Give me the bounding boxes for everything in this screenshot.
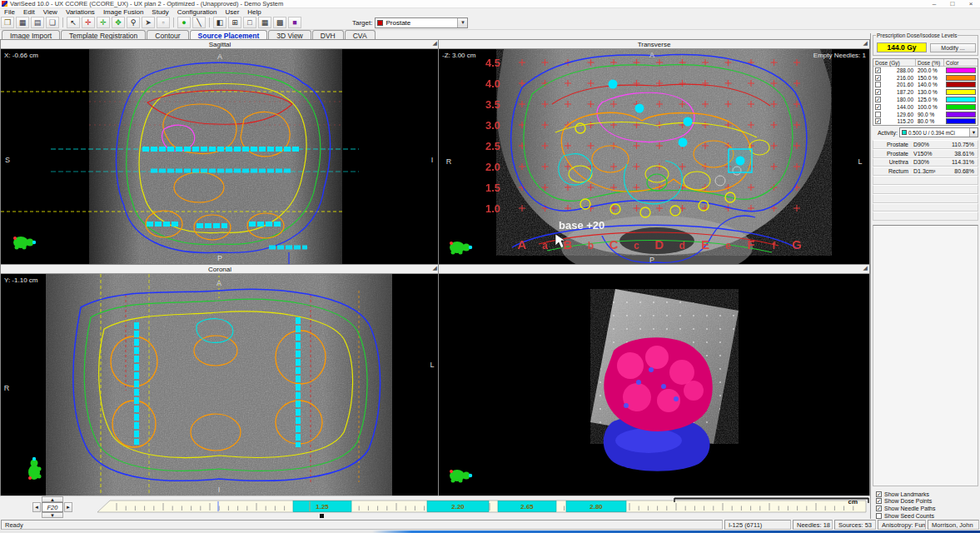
- isodose-checkbox[interactable]: ✓: [875, 75, 881, 81]
- menu-file[interactable]: File: [0, 8, 19, 16]
- isodose-colors-icon[interactable]: ■: [288, 17, 301, 28]
- isodose-checkbox[interactable]: [875, 112, 881, 117]
- activity-dropdown[interactable]: 0.500 U / 0.394 mCi ▼: [899, 127, 978, 137]
- status-user: Morrison, John: [928, 520, 979, 530]
- isodose-color-swatch[interactable]: [946, 104, 976, 110]
- isodose-color-swatch[interactable]: [946, 118, 976, 124]
- menu-bar: File Edit View Variations Image Fusion S…: [0, 8, 980, 16]
- isodose-color-swatch[interactable]: [946, 112, 976, 117]
- three-d-image[interactable]: [439, 274, 869, 496]
- menu-image-fusion[interactable]: Image Fusion: [99, 8, 147, 16]
- measure-icon[interactable]: ▫: [157, 17, 170, 28]
- nav-up-icon[interactable]: ▲: [42, 496, 63, 502]
- resize-corner-icon[interactable]: ◢: [433, 40, 437, 47]
- layout-grid-icon[interactable]: ▦: [258, 17, 271, 28]
- menu-view[interactable]: View: [39, 8, 62, 16]
- isodose-row: ✓216.00150.0 %: [873, 74, 978, 82]
- pan-icon[interactable]: ✥: [112, 17, 125, 28]
- checkbox[interactable]: [876, 513, 882, 519]
- svg-text:I: I: [218, 486, 221, 494]
- sagittal-image[interactable]: A S I P: [1, 49, 439, 265]
- tab-contour[interactable]: Contour: [147, 30, 188, 40]
- option-show-needle-paths[interactable]: ✓Show Needle Paths: [876, 505, 979, 512]
- nav-down-icon[interactable]: ▼: [42, 512, 63, 518]
- three-d-viewport: ◢: [439, 265, 869, 496]
- isodose-color-swatch[interactable]: [946, 82, 976, 87]
- planning-panel: Prescription Dose/Isodose Levels 144.0 G…: [870, 33, 980, 519]
- tab-dvh[interactable]: DVH: [312, 30, 344, 40]
- zoom-icon[interactable]: ⚲: [127, 17, 140, 28]
- status-anisotropy: Anisotropy: Fun: [878, 520, 926, 530]
- menu-user[interactable]: User: [221, 8, 243, 16]
- isodose-color-swatch[interactable]: [946, 89, 976, 95]
- transverse-viewport: Transverse◢: [439, 40, 869, 265]
- isodose-color-swatch[interactable]: [946, 75, 976, 81]
- dose-metrics-list: ProstateD90%110.75% ProstateV150%38.61% …: [871, 140, 980, 221]
- checkbox[interactable]: ✓: [876, 491, 882, 497]
- nav-right-icon[interactable]: ►: [64, 502, 72, 512]
- layout-single-icon[interactable]: □: [243, 17, 256, 28]
- coronal-image[interactable]: A R L I: [1, 274, 439, 496]
- isodose-color-swatch[interactable]: [946, 97, 976, 102]
- target-dropdown[interactable]: Prostate ▼: [375, 17, 468, 28]
- option-show-landmarks[interactable]: ✓Show Landmarks: [876, 491, 979, 498]
- seed-ruler[interactable]: 1.252.202.652.80 cm: [0, 496, 870, 520]
- resize-corner-icon[interactable]: ◢: [433, 265, 437, 271]
- open-icon[interactable]: ❒: [1, 17, 14, 28]
- layout-grid-dense-icon[interactable]: ▩: [273, 17, 286, 28]
- checkbox[interactable]: ✓: [876, 506, 882, 511]
- layout-quad-icon[interactable]: ⊞: [228, 17, 241, 28]
- nav-left-icon[interactable]: ◄: [32, 502, 41, 512]
- pointer-icon[interactable]: ↖: [67, 17, 80, 28]
- isodose-table-header: Dose (Gy) Dose (%) Color: [873, 59, 978, 67]
- menu-variations[interactable]: Variations: [62, 8, 99, 16]
- add-source-icon[interactable]: ✛: [97, 17, 110, 28]
- move-source-icon[interactable]: ✛: [82, 17, 95, 28]
- menu-edit[interactable]: Edit: [19, 8, 39, 16]
- resize-corner-icon[interactable]: ◢: [863, 40, 868, 47]
- chevron-down-icon[interactable]: ▼: [457, 18, 467, 27]
- isodose-color-swatch[interactable]: [946, 67, 976, 73]
- selected-seed-box[interactable]: [729, 149, 752, 172]
- tab-cva[interactable]: CVA: [345, 30, 376, 40]
- isodose-checkbox[interactable]: ✓: [875, 89, 881, 95]
- seed-icon[interactable]: ●: [177, 17, 191, 28]
- svg-text:3.0: 3.0: [485, 119, 500, 132]
- close-button[interactable]: ×: [962, 0, 980, 7]
- coronal-title: Coronal: [208, 266, 231, 273]
- isodose-checkbox[interactable]: ✓: [875, 97, 881, 102]
- tab-image-import[interactable]: Image Import: [2, 30, 60, 40]
- tab-template-registration[interactable]: Template Registration: [61, 30, 146, 40]
- transverse-image[interactable]: AaBbCcDdEeFfG4.54.03.53.02.52.01.51.0 ba…: [439, 49, 869, 265]
- isodose-checkbox[interactable]: ✓: [875, 67, 881, 73]
- checkbox[interactable]: ✓: [876, 498, 882, 504]
- copy-icon[interactable]: ❏: [46, 17, 59, 28]
- isodose-checkbox[interactable]: [875, 82, 881, 87]
- isodose-checkbox[interactable]: ✓: [875, 104, 881, 110]
- tab-3d-view[interactable]: 3D View: [268, 30, 311, 40]
- isodose-checkbox[interactable]: ✓: [875, 118, 881, 124]
- modify-button[interactable]: Modify ...: [930, 43, 976, 52]
- option-show-dose-points[interactable]: ✓Show Dose Points: [876, 498, 979, 506]
- transverse-title: Transverse: [638, 41, 671, 48]
- menu-study[interactable]: Study: [147, 8, 172, 16]
- position-marker[interactable]: [320, 514, 324, 518]
- svg-text:B: B: [564, 237, 573, 252]
- prostate-dose-cloud: [604, 337, 712, 431]
- tab-source-placement[interactable]: Source Placement: [190, 30, 268, 40]
- layout-left-pane-icon[interactable]: ◧: [213, 17, 226, 28]
- svg-text:d: d: [679, 240, 685, 252]
- resize-corner-icon[interactable]: ◢: [863, 265, 868, 271]
- needle-id-field[interactable]: F20: [42, 502, 63, 512]
- needle-icon[interactable]: ╲: [192, 17, 206, 28]
- select-arrow-icon[interactable]: ➤: [142, 17, 155, 28]
- menu-help[interactable]: Help: [243, 8, 265, 16]
- minimize-button[interactable]: –: [925, 0, 943, 7]
- save-icon[interactable]: ▦: [16, 17, 29, 28]
- menu-configuration[interactable]: Configuration: [173, 8, 221, 16]
- print-icon[interactable]: ▤: [31, 17, 44, 28]
- chevron-down-icon[interactable]: ▼: [969, 128, 978, 137]
- activity-value: 0.500 U / 0.394 mCi: [908, 130, 955, 136]
- maximize-button[interactable]: □: [943, 0, 962, 7]
- svg-text:1.0: 1.0: [485, 202, 500, 215]
